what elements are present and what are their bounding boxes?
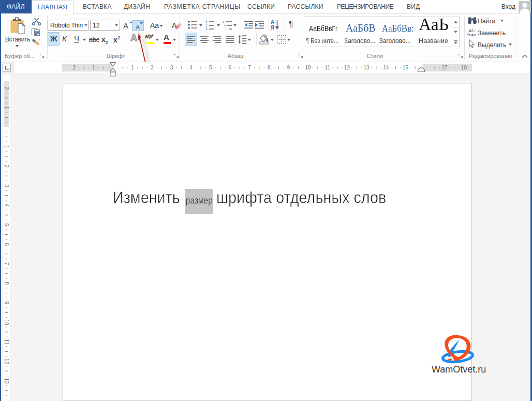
- svg-text:15: 15: [403, 65, 409, 70]
- svg-text:i: i: [226, 27, 226, 30]
- svg-text:9: 9: [287, 65, 290, 70]
- svg-text:10: 10: [4, 320, 9, 326]
- svg-text:8: 8: [268, 65, 271, 70]
- svg-text:c: c: [474, 32, 476, 36]
- svg-text:1: 1: [131, 65, 134, 70]
- svg-text:17: 17: [441, 65, 448, 70]
- svg-text:1: 1: [223, 20, 225, 23]
- svg-text:11: 11: [325, 65, 331, 70]
- svg-text:5: 5: [4, 223, 9, 226]
- svg-text:2: 2: [4, 87, 9, 90]
- svg-text:3: 3: [170, 65, 173, 70]
- svg-text:14: 14: [383, 65, 389, 70]
- svg-text:3: 3: [205, 27, 208, 30]
- svg-text:7: 7: [4, 262, 9, 265]
- svg-text:4: 4: [4, 204, 9, 207]
- svg-text:4: 4: [189, 65, 193, 70]
- svg-text:a: a: [224, 24, 226, 27]
- svg-text:2: 2: [205, 23, 208, 27]
- svg-text:1: 1: [4, 106, 9, 109]
- svg-text:13: 13: [4, 378, 9, 384]
- svg-text:12: 12: [344, 65, 350, 70]
- svg-text:10: 10: [305, 65, 312, 70]
- svg-text:18: 18: [461, 65, 467, 70]
- svg-text:6: 6: [4, 243, 9, 246]
- svg-text:11: 11: [4, 339, 9, 345]
- svg-text:Я: Я: [271, 25, 274, 30]
- svg-text:1: 1: [92, 65, 95, 70]
- svg-text:3: 3: [4, 184, 9, 188]
- svg-text:1: 1: [4, 145, 9, 148]
- svg-text:А: А: [271, 19, 274, 25]
- svg-text:8: 8: [4, 282, 9, 285]
- svg-text:9: 9: [4, 302, 9, 305]
- svg-text:7: 7: [248, 65, 251, 70]
- svg-text:2: 2: [4, 165, 9, 168]
- svg-text:2: 2: [151, 65, 154, 70]
- svg-text:1: 1: [205, 20, 208, 23]
- svg-text:6: 6: [229, 65, 232, 70]
- svg-text:13: 13: [364, 65, 370, 70]
- svg-text:2: 2: [72, 65, 76, 70]
- svg-text:12: 12: [4, 359, 9, 365]
- svg-text:5: 5: [209, 65, 212, 70]
